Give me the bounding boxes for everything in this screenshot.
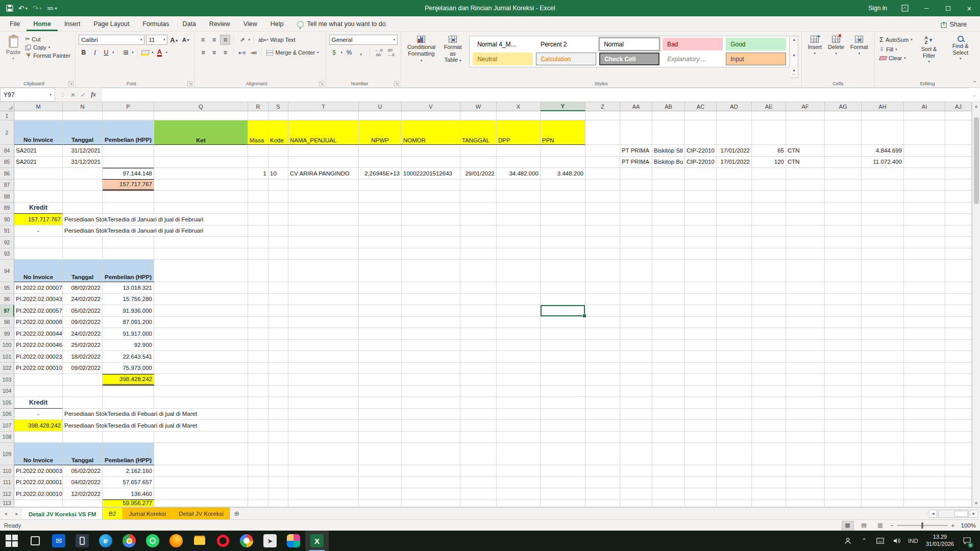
cell-W97[interactable] <box>460 305 497 317</box>
cell-S102[interactable] <box>268 363 288 374</box>
font-size-select[interactable]: 11▾ <box>146 35 167 45</box>
cell-Y101[interactable] <box>541 351 585 363</box>
cell-Y107[interactable] <box>541 420 585 432</box>
cell-W1[interactable] <box>460 111 497 120</box>
cell-V2[interactable]: NOMOR <box>402 120 460 145</box>
cell-W107[interactable] <box>460 420 497 432</box>
cell-W103[interactable] <box>460 374 497 386</box>
cell-AI103[interactable] <box>904 374 945 386</box>
cell-V110[interactable] <box>402 465 460 477</box>
cell-S92[interactable] <box>268 237 288 248</box>
cell-N92[interactable] <box>63 237 103 248</box>
cell-AD97[interactable] <box>717 305 752 317</box>
excel-taskbar-button[interactable]: X <box>305 531 329 551</box>
tell-me-box[interactable]: Tell me what you want to do <box>297 20 385 31</box>
cell-T103[interactable] <box>288 374 359 386</box>
cell-AC104[interactable] <box>685 386 717 397</box>
cell-X88[interactable] <box>497 191 541 203</box>
ribbon-tab-formulas[interactable]: Formulas <box>136 17 176 31</box>
cell-AI95[interactable] <box>904 282 945 294</box>
wrap-text-button[interactable]: ab↩Wrap Text <box>257 36 297 44</box>
cell-AF97[interactable] <box>786 305 825 317</box>
cell-W96[interactable] <box>460 294 497 306</box>
cell-X98[interactable] <box>497 317 541 329</box>
cell-Z103[interactable] <box>585 374 620 386</box>
zoom-out-button[interactable]: − <box>891 522 894 529</box>
cell-X110[interactable] <box>497 465 541 477</box>
cell-style-neutral[interactable]: Neutral <box>473 53 533 65</box>
cell-AI106[interactable] <box>904 409 945 420</box>
cell-S86[interactable]: 10 <box>268 168 288 180</box>
cell-M88[interactable] <box>14 191 63 203</box>
cell-T88[interactable] <box>288 191 359 203</box>
cell-V88[interactable] <box>402 191 460 203</box>
cell-AH90[interactable] <box>862 214 904 226</box>
undo-button[interactable]: ↶▾ <box>18 4 28 12</box>
cell-AF110[interactable] <box>786 465 825 477</box>
cell-W86[interactable]: 29/01/2022 <box>460 168 497 180</box>
cell-R110[interactable] <box>248 465 268 477</box>
cell-M86[interactable] <box>14 168 63 180</box>
cell-S105[interactable] <box>268 397 288 409</box>
cell-AE105[interactable] <box>752 397 786 409</box>
cell-AG95[interactable] <box>825 282 862 294</box>
row-header-99[interactable]: 99 <box>0 328 14 340</box>
cell-AI105[interactable] <box>904 397 945 409</box>
cell-N107[interactable]: Persediaan StokTersedia di Febuari di ju… <box>63 420 248 432</box>
cell-N2[interactable]: Tanggal <box>63 120 103 145</box>
cell-M95[interactable]: PI.2022.02.00007 <box>14 282 63 294</box>
cell-M87[interactable] <box>14 180 63 191</box>
cell-AA111[interactable] <box>620 477 652 489</box>
cell-AC100[interactable] <box>685 340 717 352</box>
cell-Y99[interactable] <box>541 328 585 340</box>
cell-AH99[interactable] <box>862 328 904 340</box>
cell-AD96[interactable] <box>717 294 752 306</box>
cell-AD86[interactable] <box>717 168 752 180</box>
row-header-112[interactable]: 112 <box>0 488 14 500</box>
cell-S103[interactable] <box>268 374 288 386</box>
cell-S107[interactable] <box>268 420 288 432</box>
row-header-88[interactable]: 88 <box>0 191 14 203</box>
cell-style-normal[interactable]: Normal <box>599 38 659 51</box>
cell-V90[interactable] <box>402 214 460 226</box>
vertical-scroll-thumb[interactable] <box>974 117 979 204</box>
cell-X107[interactable] <box>497 420 541 432</box>
cell-Y91[interactable] <box>541 226 585 237</box>
cell-AB105[interactable] <box>652 397 685 409</box>
increase-font-button[interactable]: A▲ <box>169 35 179 45</box>
cell-W102[interactable] <box>460 363 497 374</box>
cell-N106[interactable]: Persediaan StokTersedia di Febuari di ju… <box>63 409 248 420</box>
cell-AF91[interactable] <box>786 226 825 237</box>
ribbon-tab-review[interactable]: Review <box>203 17 237 31</box>
sheet-tab-jurnal-koreksi[interactable]: Jurnal Koreksi <box>122 508 173 519</box>
cell-AE84[interactable]: 65 <box>752 145 786 157</box>
cell-AJ1[interactable] <box>945 111 972 120</box>
cell-M112[interactable]: PI.2022.02.00010 <box>14 488 63 500</box>
cell-P102[interactable]: 75.973.000 <box>103 363 154 374</box>
cell-P111[interactable]: 57.657.657 <box>103 477 154 489</box>
cell-AC96[interactable] <box>685 294 717 306</box>
cell-AG1[interactable] <box>825 111 862 120</box>
column-header-U[interactable]: U <box>359 102 402 111</box>
cell-V112[interactable] <box>402 488 460 500</box>
google-taskbar-button[interactable] <box>235 531 258 551</box>
cell-AE1[interactable] <box>752 111 786 120</box>
row-header-85[interactable]: 85 <box>0 157 14 168</box>
cell-P98[interactable]: 87.091.200 <box>103 317 154 329</box>
cell-T86[interactable]: CV ARIRA PANGINDO <box>288 168 359 180</box>
cell-AD102[interactable] <box>717 363 752 374</box>
cell-P88[interactable] <box>103 191 154 203</box>
cell-style-calculation[interactable]: Calculation <box>536 53 596 65</box>
cell-X92[interactable] <box>497 237 541 248</box>
cell-AI91[interactable] <box>904 226 945 237</box>
cell-AC2[interactable] <box>685 120 717 145</box>
cell-R99[interactable] <box>248 328 268 340</box>
cell-U99[interactable] <box>359 328 402 340</box>
cell-N102[interactable]: 09/02/2022 <box>63 363 103 374</box>
cell-AJ111[interactable] <box>945 477 972 489</box>
customize-qat-button[interactable]: ≕▾ <box>47 4 57 12</box>
ribbon-display-options-button[interactable] <box>894 0 916 16</box>
cell-P103[interactable]: 398.428.242 <box>103 374 154 386</box>
cell-Y94[interactable] <box>541 260 585 282</box>
cell-T113[interactable] <box>288 500 359 507</box>
